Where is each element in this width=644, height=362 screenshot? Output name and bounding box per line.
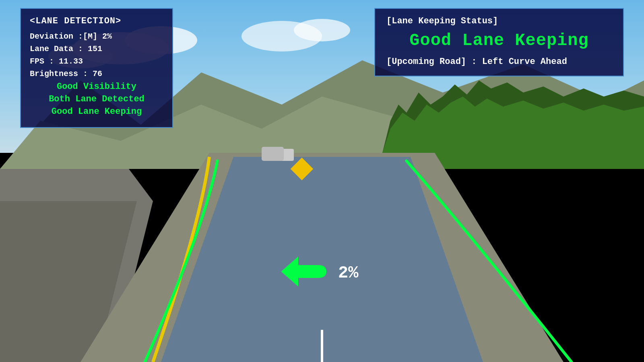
fps-label: FPS — [30, 57, 44, 66]
brightness-label: Brightness — [30, 69, 78, 78]
lane-data-value: : 151 — [78, 44, 102, 53]
fps-value: : 11.33 — [49, 57, 83, 66]
hud-right-title: [Lane Keeping Status] — [386, 16, 612, 26]
lane-keeping-status-left: Good Lane Keeping — [30, 107, 163, 117]
deviation-value: :[M] 2% — [78, 32, 112, 41]
hud-left-panel: <LANE DETECTION> Deviation :[M] 2% Lane … — [20, 8, 173, 128]
hud-left-title: <LANE DETECTION> — [30, 16, 163, 26]
hud-right-panel: [Lane Keeping Status] Good Lane Keeping … — [374, 8, 624, 76]
upcoming-road-label: [Upcoming Road] : Left Curve Ahead — [386, 57, 612, 67]
brightness-value: : 76 — [83, 69, 102, 78]
deviation-label: Deviation — [30, 32, 73, 41]
lane-detected-status: Both Lane Detected — [30, 94, 163, 104]
lane-data-row: Lane Data : 151 — [30, 44, 163, 53]
lane-keeping-main-status: Good Lane Keeping — [386, 31, 612, 50]
svg-rect-16 — [321, 330, 323, 362]
svg-text:2%: 2% — [338, 263, 359, 283]
lane-data-label: Lane Data — [30, 44, 73, 53]
visibility-status: Good Visibility — [30, 82, 163, 92]
svg-rect-15 — [262, 147, 284, 161]
svg-point-12 — [294, 19, 350, 41]
fps-row: FPS : 11.33 — [30, 57, 163, 66]
deviation-row: Deviation :[M] 2% — [30, 32, 163, 41]
main-scene: 2% <LANE DETECTION> Deviation :[M] 2% La… — [0, 0, 644, 362]
brightness-row: Brightness : 76 — [30, 69, 163, 78]
